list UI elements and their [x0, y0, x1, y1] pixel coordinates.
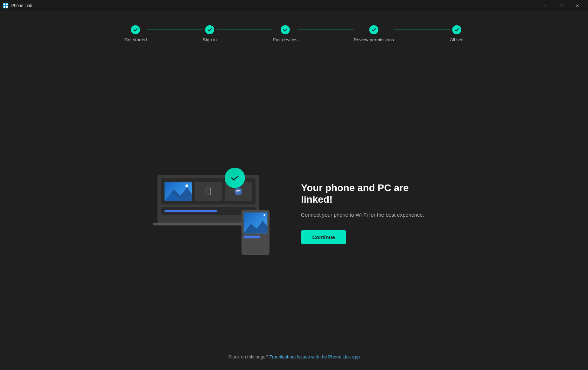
step-line-4 [394, 29, 450, 29]
step-review-permissions: Review permissions [354, 25, 394, 42]
minimize-button[interactable]: ─ [537, 0, 553, 11]
step-get-started: Get started [124, 25, 147, 42]
step-circle-sign-in [205, 25, 214, 34]
svg-point-6 [234, 188, 242, 195]
app-icon [3, 3, 8, 8]
svg-marker-7 [244, 221, 267, 233]
step-circle-all-set [452, 25, 461, 34]
window-controls: ─ □ ✕ [537, 0, 585, 11]
screen-tile-phone [195, 182, 222, 201]
step-all-set: All set! [450, 25, 464, 42]
main-content: Get started Sign in Pair devices [0, 11, 588, 370]
step-pair-devices: Pair devices [273, 25, 298, 42]
step-label-pair-devices: Pair devices [273, 37, 298, 42]
text-content: Your phone and PC are linked! Connect yo… [301, 182, 441, 245]
troubleshoot-link[interactable]: Troubleshoot issues with the Phone Link … [270, 354, 360, 359]
step-label-sign-in: Sign in [203, 37, 217, 42]
center-area: Your phone and PC are linked! Connect yo… [0, 56, 588, 370]
maximize-button[interactable]: □ [553, 0, 569, 11]
phone-photo-tile [244, 212, 267, 233]
step-line-2 [217, 29, 273, 29]
step-line-3 [298, 29, 354, 29]
titlebar-left: Phone Link [3, 3, 32, 8]
phone-illustration [241, 210, 270, 255]
illustration [147, 168, 273, 259]
titlebar: Phone Link ─ □ ✕ [0, 0, 588, 11]
headline: Your phone and PC are linked! [301, 182, 441, 205]
svg-rect-1 [6, 4, 8, 5]
footer: Stuck on this page? Troubleshoot issues … [0, 354, 588, 359]
step-line-1 [147, 29, 203, 29]
step-circle-review-permissions [369, 25, 378, 34]
svg-rect-3 [6, 6, 8, 8]
subtext: Connect your phone to Wi-Fi for the best… [301, 211, 441, 219]
success-badge [225, 168, 245, 188]
step-circle-pair-devices [281, 25, 290, 34]
step-label-all-set: All set! [450, 37, 464, 42]
text-bar-line [164, 210, 217, 212]
close-button[interactable]: ✕ [569, 0, 585, 11]
screen-tile-photo [164, 182, 192, 201]
steps-wrapper: Get started Sign in Pair devices [124, 25, 463, 42]
footer-stuck-text: Stuck on this page? [228, 354, 268, 359]
phone-sun-dot [264, 214, 265, 216]
step-circle-get-started [131, 25, 140, 34]
svg-rect-0 [4, 4, 5, 5]
step-sign-in: Sign in [203, 25, 217, 42]
step-label-get-started: Get started [124, 37, 147, 42]
continue-button[interactable]: Continue [301, 230, 346, 244]
step-label-review-permissions: Review permissions [354, 37, 394, 42]
progress-stepper: Get started Sign in Pair devices [0, 25, 588, 42]
svg-rect-2 [4, 6, 5, 8]
phone-bar [244, 236, 260, 238]
app-title: Phone Link [11, 3, 32, 8]
